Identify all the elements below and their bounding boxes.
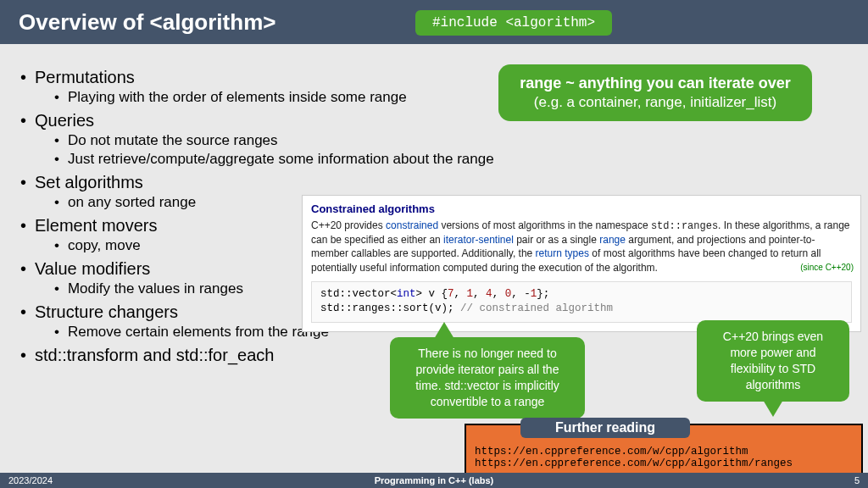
footer-year: 2023/2024	[8, 475, 53, 485]
callout-iterator-pairs: There is no longer need to provide itera…	[390, 337, 585, 419]
callout-cpp20: C++20 brings even more power and flexibi…	[697, 320, 849, 402]
cppreference-snippet: Constrained algorithms C++20 provides co…	[302, 195, 861, 332]
callout-tail-icon	[434, 322, 454, 339]
bullet-permutations: Permutations	[34, 68, 509, 87]
footer-bar: 2023/2024 Programming in C++ (labs) 5	[0, 473, 868, 488]
range-line2: (e.g. a container, range, initializer_li…	[515, 94, 795, 111]
doc-body: C++20 provides constrained versions of m…	[311, 219, 852, 274]
footer-course: Programming in C++ (labs)	[0, 475, 868, 485]
include-directive: #include <algorithm>	[415, 10, 612, 36]
subbullet: Just retrieve/compute/aggregate some inf…	[68, 151, 509, 168]
bullet-queries: Queries	[34, 111, 509, 130]
page-title: Overview of <algorithm>	[19, 9, 275, 36]
range-line1: range ~ anything you can iterate over	[515, 75, 795, 92]
footer-page: 5	[854, 475, 860, 485]
callout-tail-icon	[763, 400, 783, 417]
subbullet: Playing with the order of elements insid…	[68, 89, 509, 106]
further-url: https://en.cppreference.com/w/cpp/algori…	[475, 458, 853, 469]
further-url: https://en.cppreference.com/w/cpp/algori…	[475, 446, 853, 458]
code-example: std::vector<int> v {7, 1, 4, 0, -1}; std…	[311, 281, 852, 323]
further-reading-title: Further reading	[520, 418, 690, 438]
slide: Overview of <algorithm> #include <algori…	[0, 0, 868, 488]
subbullet: Do not mutate the source ranges	[68, 132, 509, 149]
since-tag: (since C++20)	[800, 263, 854, 272]
doc-heading: Constrained algorithms	[311, 202, 852, 215]
range-definition-box: range ~ anything you can iterate over (e…	[498, 64, 812, 121]
bullet-set-algorithms: Set algorithms	[34, 173, 509, 192]
